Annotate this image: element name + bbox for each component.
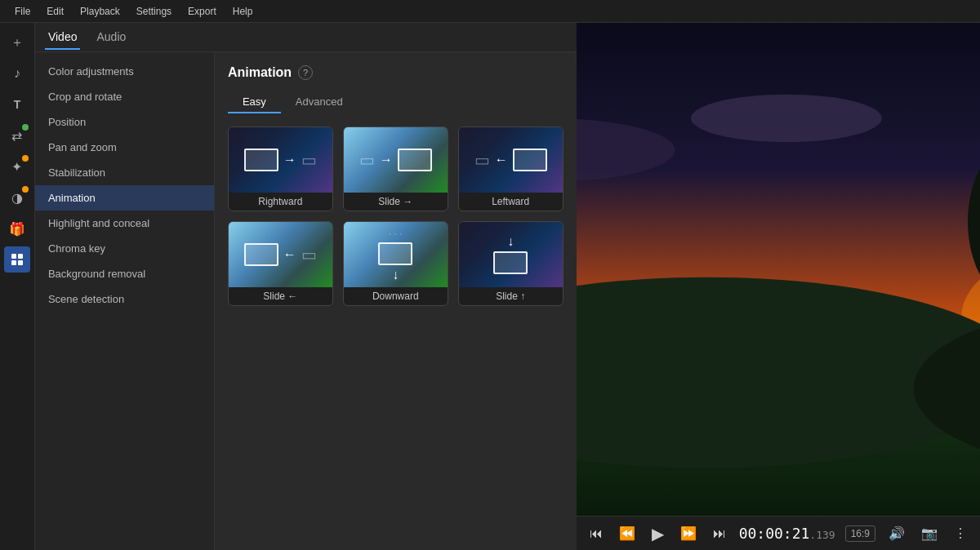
menu-help[interactable]: Help xyxy=(225,4,261,19)
menu-export[interactable]: Export xyxy=(180,4,225,19)
step-forward-button[interactable]: ⏩ xyxy=(677,522,700,544)
sidebar-transitions[interactable]: ⇄ xyxy=(4,122,30,149)
anim-card-slide-left[interactable]: ← ▭ Slide ← xyxy=(228,221,333,306)
anim-overlay-downward: · · · ↓ xyxy=(344,222,448,287)
anim-preview-rightward: → ▭ xyxy=(229,127,332,193)
svg-rect-0 xyxy=(11,254,16,259)
tab-audio[interactable]: Audio xyxy=(93,25,129,50)
animation-grid: → ▭ Rightward xyxy=(228,126,564,306)
aspect-ratio[interactable]: 16:9 xyxy=(845,526,875,542)
animation-panel: Animation ? Easy Advanced xyxy=(215,52,577,550)
prop-color[interactable]: Color adjustments xyxy=(35,59,214,84)
panel-area: Video Audio Color adjustments Crop and r… xyxy=(35,23,577,550)
panel-tabs: Video Audio xyxy=(35,23,577,52)
controls-bar: ⏮ ⏪ ▶ ⏩ ⏭ 00:00:21.139 16:9 🔊 📷 ⋮ xyxy=(577,516,980,550)
anim-overlay-slide-left: ← ▭ xyxy=(229,222,332,287)
sidebar-stickers[interactable]: 🎁 xyxy=(4,215,30,242)
anim-label-leftward: Leftward xyxy=(459,193,563,211)
animation-help-icon[interactable]: ? xyxy=(298,65,313,80)
anim-overlay-rightward: → ▭ xyxy=(229,127,332,193)
anim-overlay-slide-up: ↓ xyxy=(459,222,563,287)
anim-tab-easy[interactable]: Easy xyxy=(228,91,281,113)
prop-position[interactable]: Position xyxy=(35,109,214,135)
anim-preview-leftward: ▭ ← xyxy=(459,127,563,193)
anim-overlay-slide-right: ▭ → xyxy=(344,127,448,193)
animation-header: Animation ? xyxy=(228,65,564,80)
play-button[interactable]: ▶ xyxy=(648,521,667,547)
sidebar-add-media[interactable]: ＋ xyxy=(4,29,30,55)
menu-bar: File Edit Playback Settings Export Help xyxy=(0,0,980,23)
anim-preview-slide-up: ↓ xyxy=(459,222,563,287)
anim-label-slide-left: Slide ← xyxy=(229,287,332,305)
anim-card-downward[interactable]: · · · ↓ Downward xyxy=(343,221,448,306)
sidebar-filters[interactable]: ◑ xyxy=(4,184,30,211)
menu-playback[interactable]: Playback xyxy=(72,4,128,19)
prop-background[interactable]: Background removal xyxy=(35,261,214,286)
preview-image xyxy=(577,23,980,516)
sidebar-properties[interactable] xyxy=(4,246,30,273)
animation-tabs: Easy Advanced xyxy=(228,91,564,113)
anim-card-rightward[interactable]: → ▭ Rightward xyxy=(228,126,333,211)
left-sidebar: ＋ ♪ T ⇄ ✦ ◑ 🎁 xyxy=(0,23,35,550)
svg-rect-2 xyxy=(11,260,16,265)
anim-tab-advanced[interactable]: Advanced xyxy=(281,91,358,113)
prop-animation[interactable]: Animation xyxy=(35,185,214,211)
anim-preview-downward: · · · ↓ xyxy=(344,222,448,287)
skip-end-button[interactable]: ⏭ xyxy=(710,523,729,544)
preview-time: 00:00:21 xyxy=(739,525,810,542)
prop-highlight[interactable]: Highlight and conceal xyxy=(35,211,214,236)
prop-pan[interactable]: Pan and zoom xyxy=(35,135,214,160)
svg-rect-3 xyxy=(18,260,23,265)
screenshot-button[interactable]: 📷 xyxy=(918,522,941,544)
menu-edit[interactable]: Edit xyxy=(38,4,72,19)
preview-time-ms: .139 xyxy=(809,529,835,541)
prop-scene[interactable]: Scene detection xyxy=(35,286,214,312)
preview-area: ⏮ ⏪ ▶ ⏩ ⏭ 00:00:21.139 16:9 🔊 📷 ⋮ xyxy=(577,23,980,550)
time-display: 00:00:21.139 xyxy=(739,525,835,542)
sidebar-text[interactable]: T xyxy=(4,91,30,118)
step-back-button[interactable]: ⏪ xyxy=(616,522,639,544)
volume-button[interactable]: 🔊 xyxy=(885,522,908,544)
anim-label-rightward: Rightward xyxy=(229,193,332,211)
anim-label-slide-right: Slide → xyxy=(344,193,448,211)
svg-point-9 xyxy=(691,95,882,142)
sidebar-effects[interactable]: ✦ xyxy=(4,153,30,180)
sidebar-music[interactable]: ♪ xyxy=(4,60,30,86)
prop-chroma[interactable]: Chroma key xyxy=(35,236,214,261)
properties-list: Color adjustments Crop and rotate Positi… xyxy=(35,52,215,550)
menu-settings[interactable]: Settings xyxy=(128,4,180,19)
more-options-button[interactable]: ⋮ xyxy=(951,522,970,544)
tab-video[interactable]: Video xyxy=(45,25,81,50)
preview-video xyxy=(577,23,980,516)
skip-start-button[interactable]: ⏮ xyxy=(586,523,606,544)
prop-crop[interactable]: Crop and rotate xyxy=(35,84,214,109)
svg-rect-1 xyxy=(18,254,23,259)
content-area: Color adjustments Crop and rotate Positi… xyxy=(35,52,577,550)
anim-card-leftward[interactable]: ▭ ← Leftward xyxy=(458,126,564,211)
anim-preview-slide-right: ▭ → xyxy=(344,127,448,193)
anim-preview-slide-left: ← ▭ xyxy=(229,222,332,287)
menu-file[interactable]: File xyxy=(7,4,38,19)
animation-title: Animation xyxy=(228,65,292,80)
anim-card-slide-up[interactable]: ↓ Slide ↑ xyxy=(458,221,564,306)
prop-stabilization[interactable]: Stabilization xyxy=(35,160,214,185)
anim-label-slide-up: Slide ↑ xyxy=(459,287,563,305)
anim-overlay-leftward: ▭ ← xyxy=(459,127,563,193)
anim-card-slide-right[interactable]: ▭ → Slide → xyxy=(343,126,448,211)
anim-label-downward: Downward xyxy=(344,287,448,305)
main-layout: ＋ ♪ T ⇄ ✦ ◑ 🎁 xyxy=(0,23,980,550)
